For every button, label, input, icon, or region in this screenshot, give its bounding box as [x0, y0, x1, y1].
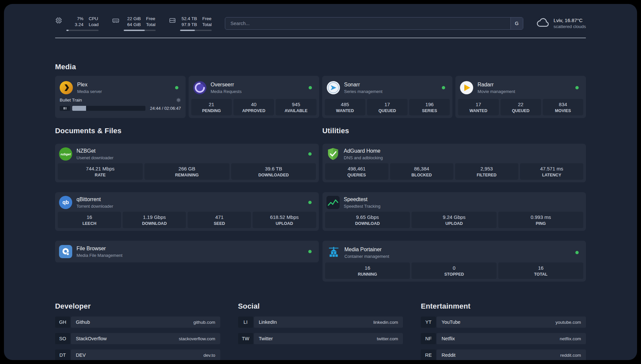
ram-total-label: Total — [146, 22, 156, 28]
cpu-load-value: 3.24 — [75, 22, 83, 28]
app-card-radarr[interactable]: Radarr Movie management 17WANTED 22QUEUE… — [455, 76, 586, 118]
bookmark-stackoverflow[interactable]: SO StackOverflowstackoverflow.com — [55, 333, 220, 344]
playback-progress-bar[interactable] — [72, 106, 145, 111]
app-stats: 16LEECH 1.19 GbpsDOWNLOAD 471SEED 618.52… — [58, 212, 316, 228]
stat-tile: 22QUEUED — [501, 99, 541, 115]
app-name: Overseerr — [211, 81, 242, 88]
app-desc: Movie management — [477, 89, 515, 94]
search-area: G — [225, 17, 523, 30]
bookmark-url: linkedin.com — [373, 320, 398, 325]
status-dot-online — [308, 201, 312, 204]
bookmark-name: Netflix — [442, 336, 455, 341]
bookmark-abbr: YT — [421, 317, 436, 328]
search-box: G — [225, 17, 523, 30]
app-name: qBittorrent — [76, 196, 113, 203]
app-stats: 9.65 GbpsDOWNLOAD 9.24 GbpsUPLOAD 0.993 … — [325, 212, 584, 228]
bookmark-linkedin[interactable]: LI LinkedInlinkedin.com — [238, 317, 403, 328]
bookmark-abbr: GH — [55, 317, 70, 328]
app-name: Sonarr — [344, 81, 382, 88]
ram-icon — [112, 17, 120, 25]
cloud-icon — [536, 18, 550, 29]
stat-tile: 40APPROVED — [233, 99, 274, 115]
bookmark-dev[interactable]: DT DEVdev.to — [55, 349, 220, 360]
stat-tile: 86,384BLOCKED — [390, 163, 453, 180]
app-desc: Speedtest Tracking — [344, 203, 381, 209]
bookmark-youtube[interactable]: YT YouTubeyoutube.com — [421, 317, 586, 328]
pause-button[interactable] — [60, 106, 70, 111]
now-playing-row: Bullet Train — [58, 98, 183, 103]
status-dot-online — [575, 251, 579, 254]
gear-icon[interactable] — [176, 98, 181, 103]
stat-tile: 744.21 MbpsRATE — [58, 163, 143, 180]
ram-progress-bar — [124, 30, 156, 31]
adguard-icon — [326, 147, 340, 161]
weather-location: Lviv, 16.87°C — [554, 17, 586, 24]
media-grid: Plex Media server Bullet Train 24:44 / 0… — [55, 76, 586, 118]
weather-condition: scattered clouds — [554, 24, 586, 30]
stat-tile: 16RUNNING — [325, 262, 410, 279]
utilities-column: Utilities AdGuard Home DNS and adblockin… — [322, 127, 586, 282]
bookmark-abbr: SO — [55, 333, 70, 344]
app-card-adguard[interactable]: AdGuard Home DNS and adblocking 498,461Q… — [322, 144, 586, 182]
search-engine-button[interactable]: G — [510, 17, 523, 29]
app-desc: Series management — [344, 89, 382, 94]
disk-total-value: 97.9 TB — [182, 22, 197, 28]
app-card-qbittorrent[interactable]: qb qBittorrent Torrent downloader 16LEEC… — [55, 192, 319, 231]
status-dot-online — [175, 86, 178, 89]
bookmark-abbr: LI — [238, 317, 253, 328]
app-card-overseerr[interactable]: Overseerr Media Requests 21PENDING 40APP… — [189, 76, 319, 118]
stat-tile: 16TOTAL — [498, 262, 583, 279]
app-stats: 17WANTED 22QUEUED 834MOVIES — [458, 99, 583, 115]
search-input[interactable] — [225, 17, 510, 29]
app-card-filebrowser[interactable]: File Browser Media File Management — [55, 241, 319, 262]
stat-tile: 485WANTED — [325, 99, 365, 115]
app-stats: 485WANTED 17QUEUED 196SERIES — [325, 99, 450, 115]
bookmark-reddit[interactable]: RE Redditreddit.com — [421, 349, 586, 360]
bookmark-name: LinkedIn — [259, 319, 277, 325]
app-card-plex[interactable]: Plex Media server Bullet Train 24:44 / 0… — [55, 76, 186, 118]
stat-tile: 196SERIES — [409, 99, 450, 115]
playback-time: 24:44 / 02:06:47 — [150, 106, 181, 111]
plex-icon — [60, 81, 73, 94]
bookmark-url: github.com — [194, 320, 215, 325]
player-progress-row: 24:44 / 02:06:47 — [58, 106, 183, 112]
app-desc: DNS and adblocking — [344, 155, 383, 161]
stat-tile: 266 GBREMAINING — [144, 163, 229, 180]
section-title-media: Media — [55, 63, 586, 71]
bookmark-netflix[interactable]: NF Netflixnetflix.com — [421, 333, 586, 344]
disk-free-value: 52.4 TB — [182, 16, 197, 22]
status-dot-online — [575, 86, 579, 89]
disk-total-label: Total — [202, 22, 212, 28]
app-name: NZBGet — [76, 148, 113, 154]
cpu-progress-bar — [66, 30, 99, 31]
app-card-speedtest[interactable]: Speedtest Speedtest Tracking 9.65 GbpsDO… — [322, 192, 586, 231]
disk-free-label: Free — [202, 16, 212, 22]
stat-tile: 471SEED — [188, 212, 251, 228]
status-dot-online — [308, 250, 312, 253]
app-name: File Browser — [76, 245, 122, 252]
cpu-usage-value: 7% — [77, 16, 83, 22]
bookmark-twitter[interactable]: TW Twittertwitter.com — [238, 333, 403, 344]
stat-tile: 0.993 msPING — [498, 212, 583, 228]
stat-tile: 2,953FILTERED — [455, 163, 518, 180]
bookmark-github[interactable]: GH Githubgithub.com — [55, 317, 220, 328]
ram-free-value: 22 GiB — [127, 16, 141, 22]
qbittorrent-icon: qb — [59, 196, 72, 209]
ram-total-value: 64 GiB — [127, 22, 141, 28]
app-stats: 21PENDING 40APPROVED 945AVAILABLE — [191, 99, 317, 115]
section-title-developer: Developer — [55, 302, 220, 311]
app-desc: Media File Management — [76, 253, 122, 258]
bookmark-url: youtube.com — [556, 320, 581, 325]
app-desc: Media server — [77, 89, 102, 94]
app-card-portainer[interactable]: Media Portainer Container management 16R… — [322, 241, 586, 282]
bookmark-name: DEV — [76, 352, 86, 358]
app-card-sonarr[interactable]: Sonarr Series management 485WANTED 17QUE… — [322, 76, 453, 118]
sonarr-icon — [327, 81, 340, 94]
app-card-nzbget[interactable]: nzbget NZBGet Usenet downloader 744.21 M… — [55, 144, 319, 182]
portainer-icon — [327, 246, 340, 259]
now-playing-title: Bullet Train — [60, 98, 82, 103]
stat-tile: 834MOVIES — [543, 99, 583, 115]
cpu-load-label: Load — [89, 22, 99, 28]
app-desc: Container management — [345, 254, 389, 259]
cpu-metric: 7% 3.24 CPU Load — [55, 16, 99, 31]
